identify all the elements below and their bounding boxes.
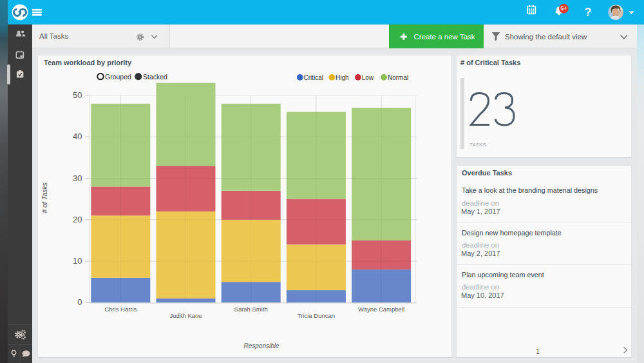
- svg-text:Normal: Normal: [388, 74, 408, 81]
- svg-text:Stacked: Stacked: [143, 73, 167, 81]
- svg-text:Tricia Duncan: Tricia Duncan: [298, 312, 335, 319]
- svg-text:Judith Kane: Judith Kane: [169, 312, 202, 319]
- svg-text:50: 50: [73, 90, 82, 100]
- svg-text:Showing the default view: Showing the default view: [505, 33, 587, 41]
- svg-text:Responsible: Responsible: [243, 342, 279, 349]
- svg-text:# of Tasks: # of Tasks: [41, 182, 48, 213]
- svg-text:10: 10: [73, 256, 82, 266]
- svg-text:Critical: Critical: [304, 74, 324, 81]
- svg-text:40: 40: [73, 132, 82, 141]
- svg-text:30: 30: [73, 173, 82, 183]
- svg-text:Wayne Campbell: Wayne Campbell: [358, 306, 404, 313]
- svg-text:Chris Harris: Chris Harris: [104, 306, 137, 313]
- svg-text:0: 0: [77, 297, 82, 307]
- svg-text:Sarah Smith: Sarah Smith: [234, 306, 268, 313]
- svg-text:?: ?: [584, 6, 591, 19]
- svg-text:5+: 5+: [561, 5, 567, 12]
- svg-text:Create a new Task: Create a new Task: [414, 33, 475, 41]
- svg-text:High: High: [336, 74, 349, 81]
- svg-text:Grouped: Grouped: [105, 73, 131, 81]
- svg-text:20: 20: [73, 215, 82, 224]
- svg-text:Low: Low: [362, 74, 374, 81]
